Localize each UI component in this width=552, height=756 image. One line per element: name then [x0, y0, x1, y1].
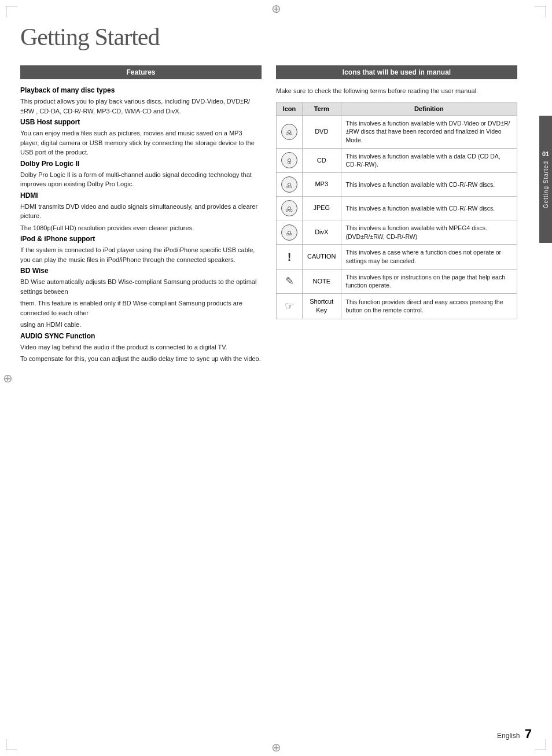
table-row: !CAUTIONThis involves a case where a fun…	[277, 245, 517, 269]
term-cell-7: Shortcut Key	[303, 294, 341, 319]
table-row: JPEGJPEGThis involves a function availab…	[277, 196, 517, 220]
feature-usb-title: USB Host support	[20, 118, 262, 126]
icon-cell-0: DVD	[277, 115, 303, 148]
feature-bdwise-text1: BD Wise automatically adjusts BD Wise-co…	[20, 277, 262, 296]
table-row: ✎NOTEThis involves tips or instructions …	[277, 269, 517, 293]
feature-bdwise-text2: them. This feature is enabled only if BD…	[20, 298, 262, 318]
table-row: ☞Shortcut KeyThis function provides dire…	[277, 294, 517, 319]
feature-dolby-title: Dolby Pro Logic II	[20, 160, 262, 168]
def-cell-4: This involves a function available with …	[341, 220, 517, 244]
feature-dolby-text: Dolby Pro Logic II is a form of multi-ch…	[20, 170, 262, 189]
feature-ipod: iPod & iPhone support If the system is c…	[20, 235, 262, 264]
table-row: MP3MP3This involves a function available…	[277, 172, 517, 196]
feature-audiosync: AUDIO SYNC Function Video may lag behind…	[20, 332, 262, 364]
footer-language: English	[497, 732, 520, 740]
def-cell-6: This involves tips or instructions on th…	[341, 269, 517, 293]
term-cell-5: CAUTION	[303, 245, 341, 269]
features-header: Features	[20, 65, 262, 79]
chapter-sidebar: 01 Getting Started	[539, 116, 552, 243]
col-header-icon: Icon	[277, 102, 303, 115]
corner-mark-tr	[535, 6, 546, 17]
col-header-def: Definition	[341, 102, 517, 115]
icons-column: Icons that will be used in manual Make s…	[276, 65, 517, 366]
term-cell-2: MP3	[303, 172, 341, 196]
feature-usb-text: You can enjoy media files such as pictur…	[20, 128, 262, 157]
def-cell-1: This involves a function available with …	[341, 148, 517, 172]
feature-usb: USB Host support You can enjoy media fil…	[20, 118, 262, 157]
feature-hdmi-title: HDMI	[20, 191, 262, 200]
chapter-number: 01	[542, 150, 549, 157]
def-cell-7: This function provides direct and easy a…	[341, 294, 517, 319]
icon-cell-4: DivX	[277, 220, 303, 244]
corner-mark-bl	[6, 739, 17, 750]
icon-cell-6: ✎	[277, 269, 303, 293]
crosshair-bottom: ⊕	[271, 742, 281, 753]
term-cell-4: DivX	[303, 220, 341, 244]
table-row: DivXDivXThis involves a function availab…	[277, 220, 517, 244]
term-cell-3: JPEG	[303, 196, 341, 220]
corner-mark-br	[535, 739, 546, 750]
icons-header: Icons that will be used in manual	[276, 65, 517, 79]
feature-bdwise: BD Wise BD Wise automatically adjusts BD…	[20, 267, 262, 330]
def-cell-3: This involves a function available with …	[341, 196, 517, 220]
feature-playback: Playback of many disc types This product…	[20, 86, 262, 116]
feature-audiosync-text1: Video may lag behind the audio if the pr…	[20, 342, 262, 352]
icon-cell-1: CD	[277, 148, 303, 172]
crosshair-left: ⊕	[3, 373, 13, 384]
page-title: Getting Started	[20, 23, 517, 51]
icon-cell-3: JPEG	[277, 196, 303, 220]
term-cell-1: CD	[303, 148, 341, 172]
def-cell-2: This involves a function available with …	[341, 172, 517, 196]
icon-cell-7: ☞	[277, 294, 303, 319]
def-cell-0: This involves a function available with …	[341, 115, 517, 148]
feature-dolby: Dolby Pro Logic II Dolby Pro Logic II is…	[20, 160, 262, 189]
feature-ipod-text: If the system is connected to iPod playe…	[20, 245, 262, 264]
feature-ipod-title: iPod & iPhone support	[20, 235, 262, 243]
features-column: Features Playback of many disc types Thi…	[20, 65, 262, 366]
crosshair-top-icon: ⊕	[271, 2, 281, 15]
table-row: CDCDThis involves a function available w…	[277, 148, 517, 172]
feature-audiosync-title: AUDIO SYNC Function	[20, 332, 262, 340]
footer-page-number: 7	[525, 727, 532, 741]
crosshair-left-icon: ⊕	[3, 372, 13, 385]
icon-cell-5: !	[277, 245, 303, 269]
feature-playback-text: This product allows you to play back var…	[20, 97, 262, 116]
term-cell-0: DVD	[303, 115, 341, 148]
feature-hdmi-text1: HDMI transmits DVD video and audio signa…	[20, 202, 262, 221]
crosshair-bottom-icon: ⊕	[271, 741, 281, 754]
feature-bdwise-text3: using an HDMI cable.	[20, 320, 262, 330]
feature-audiosync-text2: To compensate for this, you can adjust t…	[20, 354, 262, 364]
two-column-layout: Features Playback of many disc types Thi…	[20, 65, 517, 366]
feature-bdwise-title: BD Wise	[20, 267, 262, 275]
chapter-label: Getting Started	[542, 161, 550, 208]
icon-cell-2: MP3	[277, 172, 303, 196]
feature-hdmi: HDMI HDMI transmits DVD video and audio …	[20, 191, 262, 233]
corner-mark-tl	[6, 6, 17, 17]
col-header-term: Term	[303, 102, 341, 115]
main-content: Getting Started Features Playback of man…	[0, 0, 538, 389]
feature-playback-title: Playback of many disc types	[20, 86, 262, 94]
page-footer: English 7	[497, 727, 532, 742]
icons-table: Icon Term Definition DVDDVDThis involves…	[276, 102, 517, 319]
icons-intro-text: Make sure to check the following terms b…	[276, 86, 517, 96]
table-row: DVDDVDThis involves a function available…	[277, 115, 517, 148]
def-cell-5: This involves a case where a function do…	[341, 245, 517, 269]
crosshair-top: ⊕	[271, 3, 281, 14]
feature-hdmi-text2: The 1080p(Full HD) resolution provides e…	[20, 223, 262, 233]
term-cell-6: NOTE	[303, 269, 341, 293]
